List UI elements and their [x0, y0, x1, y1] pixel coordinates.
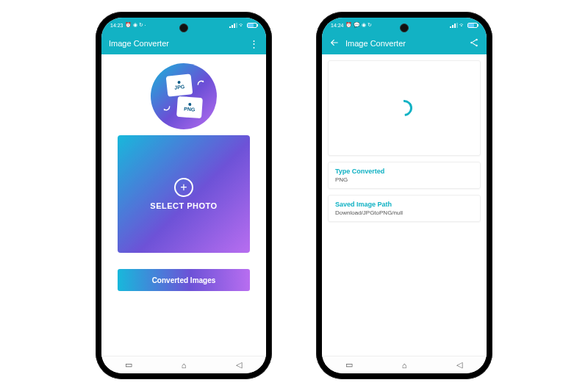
saved-path-title: Saved Image Path [335, 201, 473, 208]
alarm-icon: ⏰ [125, 22, 132, 28]
signal-icon [450, 23, 457, 28]
back-icon[interactable] [329, 37, 340, 49]
status-time: 14:23 [110, 23, 123, 28]
phone-left: 14:23 ⏰ ◉ ↻ ∙ ᯤ Image Converter ⋮ JPG [96, 12, 272, 379]
svg-point-0 [476, 38, 478, 40]
png-card-icon: PNG [176, 96, 203, 118]
svg-point-1 [470, 41, 473, 43]
saved-path-value: Download/JPGtoPNG/null [335, 209, 473, 216]
arrow-left-icon [161, 101, 171, 112]
jpg-label: JPG [174, 84, 185, 90]
alarm-icon: ⏰ [345, 22, 352, 28]
chat-icon: 💬 [354, 22, 360, 28]
app-title: Image Converter [345, 39, 469, 48]
loading-spinner-icon [393, 97, 416, 120]
sync-icon: ↻ [139, 22, 143, 28]
main-content: JPG PNG + SELECT PHOTO Converted Images [101, 54, 266, 356]
screen-left: 14:23 ⏰ ◉ ↻ ∙ ᯤ Image Converter ⋮ JPG [101, 18, 266, 373]
menu-icon[interactable]: ⋮ [249, 39, 259, 49]
app-bar: Image Converter [322, 32, 487, 54]
type-converted-value: PNG [335, 176, 473, 183]
converted-images-button[interactable]: Converted Images [118, 269, 250, 291]
battery-icon [467, 23, 478, 28]
arrow-right-icon [196, 79, 207, 90]
svg-point-2 [476, 44, 478, 46]
png-label: PNG [184, 106, 196, 112]
type-converted-title: Type Converted [335, 168, 473, 175]
status-bar: 14:24 ⏰ 💬 ◉ ↻ ᯤ [322, 18, 487, 32]
signal-icon [229, 23, 237, 28]
main-content: Type Converted PNG Saved Image Path Down… [322, 54, 487, 356]
app-logo: JPG PNG [151, 63, 217, 129]
type-converted-card: Type Converted PNG [328, 162, 481, 189]
record-icon: ◉ [362, 22, 366, 28]
nav-home-icon[interactable]: ⌂ [398, 359, 410, 371]
nav-home-icon[interactable]: ⌂ [178, 359, 190, 371]
plus-icon: + [174, 178, 193, 197]
saved-path-card: Saved Image Path Download/JPGtoPNG/null [328, 195, 481, 222]
wifi-icon: ᯤ [459, 22, 465, 29]
nav-recent-icon[interactable]: ▭ [123, 359, 135, 371]
screen-right: 14:24 ⏰ 💬 ◉ ↻ ᯤ Image Converter [322, 18, 487, 373]
converted-images-label: Converted Images [152, 276, 216, 284]
status-time: 14:24 [331, 23, 344, 28]
nav-bar: ▭ ⌂ ◁ [322, 356, 487, 373]
app-bar: Image Converter ⋮ [101, 32, 266, 54]
record-icon: ◉ [133, 22, 137, 28]
app-title: Image Converter [109, 39, 249, 48]
status-bar: 14:23 ⏰ ◉ ↻ ∙ ᯤ [101, 18, 266, 32]
battery-icon [247, 23, 257, 28]
share-icon[interactable] [469, 37, 479, 50]
nav-back-icon[interactable]: ◁ [453, 359, 465, 371]
nav-recent-icon[interactable]: ▭ [343, 359, 355, 371]
jpg-card-icon: JPG [166, 73, 193, 96]
image-preview-card [328, 60, 481, 156]
dots-icon: ∙ [145, 23, 146, 28]
select-photo-label: SELECT PHOTO [150, 201, 217, 210]
phone-right: 14:24 ⏰ 💬 ◉ ↻ ᯤ Image Converter [316, 12, 492, 379]
nav-bar: ▭ ⌂ ◁ [101, 356, 266, 373]
wifi-icon: ᯤ [239, 22, 245, 29]
sync-icon: ↻ [368, 22, 372, 28]
select-photo-button[interactable]: + SELECT PHOTO [118, 135, 250, 253]
nav-back-icon[interactable]: ◁ [233, 359, 245, 371]
